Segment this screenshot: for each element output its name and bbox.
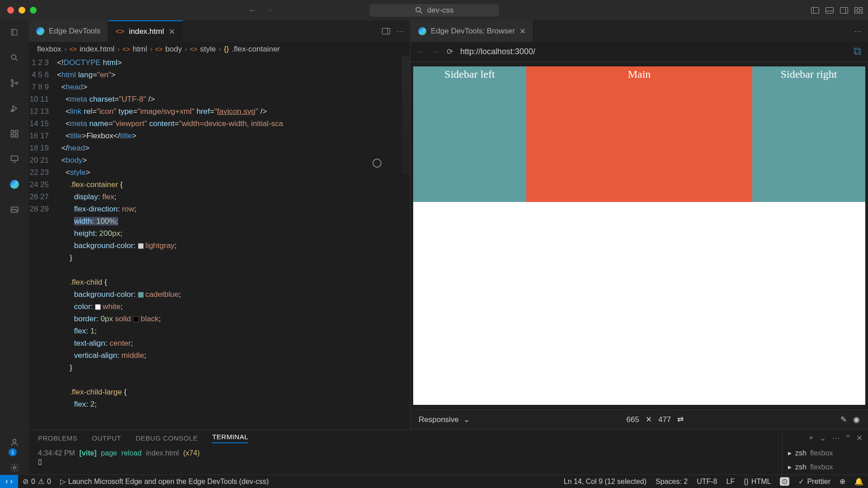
run-debug-icon[interactable] [8, 102, 21, 115]
source-control-icon[interactable] [8, 76, 21, 90]
maximize-window-icon[interactable] [30, 7, 37, 14]
panel-tab-debug[interactable]: DEBUG CONSOLE [136, 434, 198, 442]
terminal-more-icon[interactable]: ⋯ [832, 433, 840, 443]
status-prettier[interactable]: ✓ Prettier [794, 477, 835, 486]
error-icon: ⊘ [23, 477, 28, 486]
dimension-separator: ✕ [646, 415, 652, 424]
status-bell[interactable]: 🔔 [850, 477, 868, 486]
copilot-icon: ⊙ [780, 477, 789, 486]
flex-child-right: Sidebar right [752, 66, 865, 202]
minimize-window-icon[interactable] [19, 7, 25, 14]
settings-badge: 1 [9, 448, 17, 456]
breadcrumb-item[interactable]: index.html [80, 45, 114, 54]
close-tab-icon[interactable]: ✕ [169, 27, 175, 37]
search-activity-icon[interactable] [8, 51, 21, 65]
browser-forward-icon[interactable]: → [432, 47, 439, 56]
panel-tab-terminal[interactable]: TERMINAL [212, 433, 248, 443]
breadcrumb-item[interactable]: flexbox [37, 45, 61, 54]
terminal-cursor: ▯ [38, 457, 773, 466]
editor-row: flexbox› <>index.html› <>html› <>body› <… [29, 42, 868, 429]
address-bar[interactable] [460, 47, 847, 56]
panel-left-icon[interactable] [811, 7, 819, 14]
account-icon[interactable] [8, 436, 21, 449]
svg-point-1 [11, 55, 16, 59]
settings-icon[interactable]: 1 [8, 461, 21, 474]
extensions-icon[interactable] [8, 127, 21, 141]
close-panel-icon[interactable]: ✕ [856, 433, 863, 443]
new-terminal-icon[interactable]: + [809, 433, 813, 442]
breadcrumb-item[interactable]: html [132, 45, 147, 54]
tab-browser[interactable]: Edge DevTools: Browser ✕ [411, 20, 533, 42]
close-window-icon[interactable] [7, 7, 14, 14]
emulate-vision-icon[interactable]: ◉ [853, 415, 860, 424]
viewport-width[interactable]: 665 [627, 415, 639, 424]
device-select[interactable]: Responsive ⌄ [419, 415, 470, 424]
breadcrumb-item[interactable]: .flex-container [231, 45, 280, 54]
status-cursor[interactable]: Ln 14, Col 9 (12 selected) [559, 477, 651, 486]
back-icon[interactable]: ← [249, 6, 256, 15]
check-icon: ✓ [798, 477, 804, 486]
terminal-dir: flexbox [810, 463, 833, 471]
svg-point-4 [16, 82, 18, 84]
minimap[interactable] [402, 56, 410, 174]
panel-right-icon[interactable] [840, 7, 848, 14]
status-launch[interactable]: ▷ Launch Microsoft Edge and open the Edg… [56, 477, 274, 486]
panel-tab-output[interactable]: OUTPUT [92, 434, 121, 442]
preview-viewport[interactable]: Sidebar left Main Sidebar right [413, 66, 865, 405]
browser-reload-icon[interactable]: ⟳ [447, 47, 453, 56]
editor-tabs: Edge DevTools <> index.html ✕ ⋯ [29, 20, 410, 42]
remote-indicator[interactable] [0, 475, 18, 488]
more-actions-icon[interactable]: ⋯ [854, 27, 862, 36]
explorer-icon[interactable] [8, 26, 21, 39]
maximize-panel-icon[interactable]: ^ [846, 433, 850, 442]
panel-tab-problems[interactable]: PROBLEMS [38, 434, 77, 442]
more-actions-icon[interactable]: ⋯ [396, 27, 404, 36]
cursor-indicator [373, 159, 382, 168]
rotate-icon[interactable]: ⇄ [677, 415, 684, 424]
code-content[interactable]: <!DOCTYPE html> <html lang="en"> <head> … [57, 56, 410, 429]
forward-icon[interactable]: → [265, 6, 273, 15]
panel-main: PROBLEMS OUTPUT DEBUG CONSOLE TERMINAL 4… [29, 430, 782, 474]
inspect-icon[interactable]: ⿻ [854, 47, 862, 56]
edge-icon [36, 27, 44, 35]
svg-rect-6 [11, 131, 14, 133]
viewport-height[interactable]: 477 [658, 415, 671, 424]
term-msg: page [101, 449, 117, 457]
image-icon[interactable] [8, 203, 21, 216]
svg-point-0 [416, 7, 420, 12]
breadcrumb-item[interactable]: body [165, 45, 182, 54]
svg-point-13 [14, 467, 16, 469]
breadcrumbs[interactable]: flexbox› <>index.html› <>html› <>body› <… [29, 42, 410, 56]
split-editor-icon[interactable] [382, 28, 390, 34]
tab-index-html[interactable]: <> index.html ✕ [108, 20, 182, 42]
flex-child-main: Main [526, 66, 752, 202]
search-icon [415, 6, 424, 15]
close-tab-icon[interactable]: ✕ [519, 27, 526, 36]
html-file-icon: <> [115, 27, 124, 36]
status-encoding[interactable]: UTF-8 [692, 477, 722, 486]
term-file: index.html [146, 449, 179, 457]
status-eol[interactable]: LF [722, 477, 740, 486]
status-feedback[interactable]: ⊕ [835, 477, 850, 486]
layout-customize-icon[interactable] [854, 7, 863, 14]
screencast-options-icon[interactable]: ✎ [840, 415, 847, 424]
browser-back-icon[interactable]: ← [417, 47, 425, 56]
code-editor[interactable]: 1 2 3 4 5 6 7 8 9 10 11 12 13 14 15 16 1… [29, 56, 410, 429]
svg-rect-9 [15, 135, 18, 137]
command-center[interactable]: dev-css [369, 4, 499, 17]
search-text: dev-css [427, 6, 454, 15]
terminal-dropdown-icon[interactable]: ⌄ [820, 433, 826, 443]
status-language[interactable]: {} HTML [739, 477, 775, 486]
status-errors[interactable]: ⊘0 ⚠0 [18, 477, 56, 486]
remote-explorer-icon[interactable] [8, 152, 21, 166]
status-spaces[interactable]: Spaces: 2 [651, 477, 692, 486]
breadcrumb-item[interactable]: style [200, 45, 216, 54]
terminal-item[interactable]: ▸ zsh flexbox [783, 446, 868, 460]
tab-edge-devtools[interactable]: Edge DevTools [29, 20, 108, 42]
terminal-item[interactable]: ▸ zsh flexbox [783, 460, 868, 474]
status-copilot[interactable]: ⊙ [775, 477, 794, 486]
edge-tools-icon[interactable] [8, 178, 21, 191]
terminal-output[interactable]: 4:34:42 PM [vite] page reload index.html… [29, 446, 782, 474]
nav-arrows: ← → [249, 6, 273, 15]
panel-bottom-icon[interactable] [826, 7, 834, 14]
